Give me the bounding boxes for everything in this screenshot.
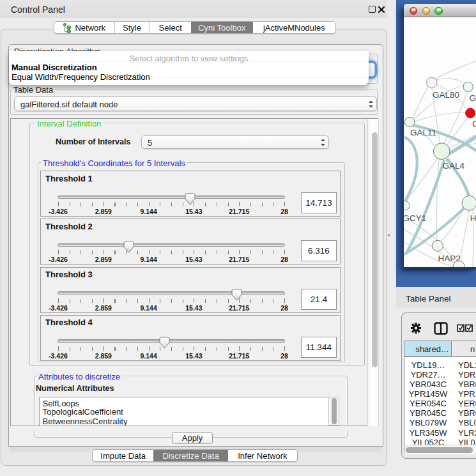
svg-text:GAL4: GAL4 [443,161,465,171]
svg-text:C: C [472,119,476,128]
svg-text:GAL80: GAL80 [433,90,459,100]
svg-text:GA: GA [470,93,476,103]
svg-text:GCY1: GCY1 [404,213,426,223]
svg-text:HAP2: HAP2 [438,254,460,263]
svg-text:GAL11: GAL11 [410,128,436,137]
svg-text:H: H [470,213,476,223]
